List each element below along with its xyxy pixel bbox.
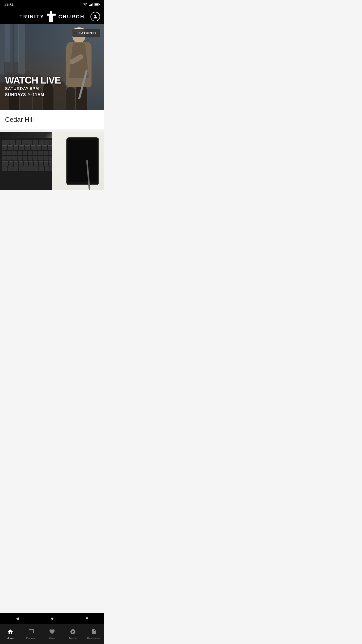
key-6 [31, 145, 36, 150]
key-s [7, 156, 12, 160]
key-n [34, 161, 38, 166]
svg-rect-2 [91, 4, 92, 6]
battery-icon [95, 3, 100, 6]
keyboard-row-fn [2, 140, 55, 145]
nav-logo: TRINITY CHURCH [19, 11, 84, 22]
key-comma [44, 161, 48, 166]
svg-rect-0 [89, 5, 90, 6]
card-image [0, 132, 104, 190]
key-fn [2, 167, 7, 171]
key-w [7, 151, 12, 155]
key-y [28, 151, 32, 155]
svg-point-10 [94, 15, 96, 17]
key-a [2, 156, 7, 160]
bg-window-1 [4, 24, 10, 62]
key-m [39, 161, 43, 166]
key-l [43, 156, 48, 160]
key-x [14, 161, 18, 166]
key-f2 [16, 140, 21, 145]
key-1 [2, 145, 7, 150]
key-2 [8, 145, 13, 150]
hero-times-line2: SUNDAYS 9+11AM [5, 93, 61, 97]
svg-rect-1 [90, 5, 91, 6]
key-f4 [27, 140, 32, 145]
svg-rect-8 [47, 14, 56, 16]
key-b [29, 161, 33, 166]
keyboard-row-asdf [2, 156, 55, 160]
key-alt [13, 167, 18, 171]
bg-window-2 [14, 24, 19, 62]
key-h [28, 156, 32, 160]
key-r [18, 151, 22, 155]
keyboard-row-zxcv [2, 161, 55, 166]
key-f [18, 156, 22, 160]
profile-button[interactable] [90, 12, 100, 21]
keyboard-row-space [2, 167, 55, 171]
key-5 [25, 145, 30, 150]
watch-live-text: WATCH LIVE [5, 75, 61, 85]
location-title: Cedar Hill [5, 116, 99, 124]
key-f5 [33, 140, 38, 145]
nav-logo-text-left: TRINITY [19, 14, 44, 20]
key-g [23, 156, 27, 160]
key-esc [2, 140, 10, 145]
key-j [33, 156, 38, 160]
location-section: Cedar Hill [0, 110, 104, 130]
profile-icon [93, 14, 98, 19]
key-v [24, 161, 28, 166]
tablet-device [66, 137, 99, 185]
key-k [38, 156, 43, 160]
key-7 [36, 145, 41, 150]
key-t [23, 151, 27, 155]
card-section[interactable] [0, 130, 104, 190]
hero-background: WATCH LIVE SATURDAY 6PM SUNDAYS 9+11AM [0, 24, 104, 110]
preacher-area [61, 27, 97, 97]
status-time: 11:51 [4, 3, 14, 7]
key-4 [19, 145, 24, 150]
key-u [33, 151, 38, 155]
keyboard-row-qwerty [2, 151, 55, 155]
hero-text: WATCH LIVE SATURDAY 6PM SUNDAYS 9+11AM [5, 75, 61, 97]
key-8 [42, 145, 47, 150]
key-space [19, 167, 38, 171]
keyboard-area [0, 138, 57, 190]
hero-section[interactable]: WATCH LIVE SATURDAY 6PM SUNDAYS 9+11AM F… [0, 24, 104, 110]
church-logo-icon [47, 11, 56, 22]
status-bar: 11:51 [0, 0, 104, 9]
svg-rect-3 [92, 3, 93, 6]
key-o [43, 151, 48, 155]
svg-rect-9 [49, 16, 53, 22]
key-ctrl [8, 167, 12, 171]
top-nav: TRINITY CHURCH [0, 9, 104, 24]
key-i [38, 151, 43, 155]
key-f6 [39, 140, 44, 145]
key-d [12, 156, 17, 160]
key-3 [14, 145, 19, 150]
tablet-screen [68, 140, 97, 182]
featured-badge[interactable]: FEATURED [72, 29, 100, 37]
wifi-icon [83, 3, 87, 6]
svg-rect-5 [99, 4, 100, 5]
key-q [2, 151, 7, 155]
svg-rect-6 [95, 4, 99, 6]
key-shift [2, 161, 8, 166]
key-left [39, 167, 44, 171]
signal-icon [89, 3, 93, 6]
key-c [19, 161, 23, 166]
nav-logo-text-right: CHURCH [58, 14, 85, 20]
key-f3 [22, 140, 27, 145]
keyboard-row-num [2, 145, 55, 150]
content-wrapper: WATCH LIVE SATURDAY 6PM SUNDAYS 9+11AM F… [0, 24, 104, 221]
key-f1 [10, 140, 15, 145]
key-down [45, 167, 50, 171]
key-f7 [44, 140, 50, 145]
key-e [12, 151, 17, 155]
bg-column [0, 24, 4, 74]
key-z [9, 161, 13, 166]
hero-times-line1: SATURDAY 6PM [5, 87, 61, 91]
status-icons [83, 3, 100, 6]
